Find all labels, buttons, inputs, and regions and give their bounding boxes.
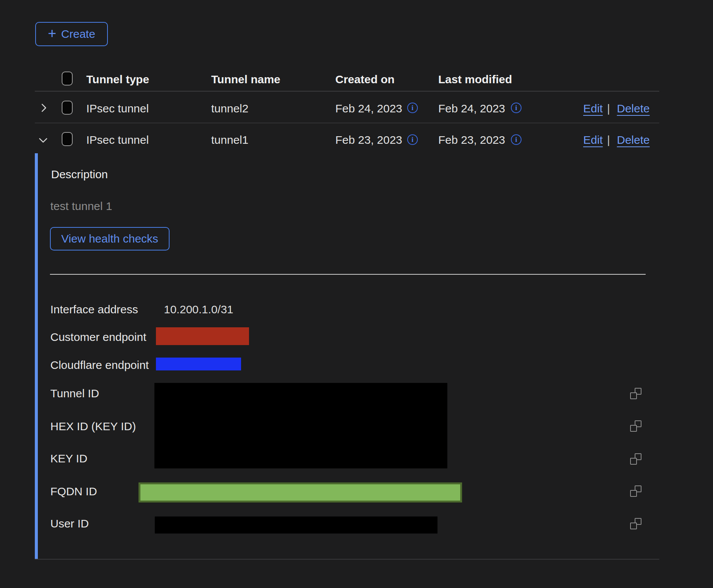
customer-endpoint-redacted-value bbox=[156, 327, 249, 345]
column-header-created-on: Created on bbox=[335, 73, 395, 86]
customer-endpoint-label: Customer endpoint bbox=[50, 331, 146, 344]
last-modified-cell: Feb 24, 2023 bbox=[438, 102, 505, 115]
link-separator: | bbox=[607, 102, 610, 115]
row-checkbox[interactable] bbox=[62, 101, 73, 115]
link-separator: | bbox=[607, 134, 610, 146]
description-label: Description bbox=[51, 168, 108, 181]
user-id-redacted-value bbox=[155, 516, 437, 534]
created-on-cell: Feb 23, 2023 bbox=[335, 134, 402, 146]
created-on-cell: Feb 24, 2023 bbox=[335, 102, 402, 115]
tunnel-type-cell: IPsec tunnel bbox=[86, 102, 149, 115]
column-header-tunnel-type: Tunnel type bbox=[86, 73, 149, 86]
panel-bottom-divider bbox=[35, 559, 659, 560]
edit-link[interactable]: Edit bbox=[583, 102, 603, 115]
chevron-down-icon[interactable] bbox=[38, 135, 48, 146]
copy-icon[interactable] bbox=[630, 518, 641, 529]
info-icon[interactable]: i bbox=[407, 103, 418, 113]
plus-icon: + bbox=[48, 26, 56, 40]
view-health-checks-button[interactable]: View health checks bbox=[50, 227, 170, 250]
copy-icon[interactable] bbox=[630, 420, 641, 432]
copy-icon[interactable] bbox=[630, 388, 641, 399]
tunnel-name-cell: tunnel1 bbox=[211, 134, 248, 146]
cloudflare-endpoint-redacted-value bbox=[156, 358, 241, 370]
select-all-checkbox[interactable] bbox=[62, 72, 73, 86]
fqdn-id-label: FQDN ID bbox=[50, 485, 97, 498]
tunnel-name-cell: tunnel2 bbox=[211, 102, 248, 115]
info-icon[interactable]: i bbox=[511, 103, 522, 113]
interface-address-label: Interface address bbox=[50, 303, 138, 316]
fqdn-id-redacted-value bbox=[139, 482, 462, 502]
column-header-tunnel-name: Tunnel name bbox=[211, 73, 280, 86]
hex-id-label: HEX ID (KEY ID) bbox=[50, 420, 136, 433]
user-id-label: User ID bbox=[50, 517, 89, 530]
expanded-row-accent-bar bbox=[35, 153, 38, 559]
tunnel-type-cell: IPsec tunnel bbox=[86, 134, 149, 146]
delete-link[interactable]: Delete bbox=[617, 102, 650, 115]
chevron-right-icon[interactable] bbox=[39, 103, 49, 113]
copy-icon[interactable] bbox=[630, 485, 641, 497]
column-header-last-modified: Last modified bbox=[438, 73, 512, 86]
ids-redacted-value bbox=[154, 383, 447, 468]
edit-link[interactable]: Edit bbox=[583, 134, 603, 146]
tunnel-id-label: Tunnel ID bbox=[50, 387, 99, 400]
create-button-label: Create bbox=[61, 28, 95, 40]
cloudflare-endpoint-label: Cloudflare endpoint bbox=[50, 359, 149, 372]
create-button[interactable]: + Create bbox=[35, 22, 108, 46]
copy-icon[interactable] bbox=[630, 453, 641, 465]
row-divider bbox=[35, 123, 659, 123]
header-divider bbox=[35, 91, 659, 92]
description-value: test tunnel 1 bbox=[50, 200, 112, 213]
interface-address-value: 10.200.1.0/31 bbox=[164, 303, 234, 316]
info-icon[interactable]: i bbox=[511, 134, 522, 145]
tunnels-page: + Create Tunnel type Tunnel name Created… bbox=[0, 0, 713, 588]
last-modified-cell: Feb 23, 2023 bbox=[438, 134, 505, 146]
section-divider bbox=[50, 274, 646, 275]
info-icon[interactable]: i bbox=[407, 134, 418, 145]
row-checkbox[interactable] bbox=[62, 132, 73, 146]
delete-link[interactable]: Delete bbox=[617, 134, 650, 146]
key-id-label: KEY ID bbox=[50, 452, 87, 465]
